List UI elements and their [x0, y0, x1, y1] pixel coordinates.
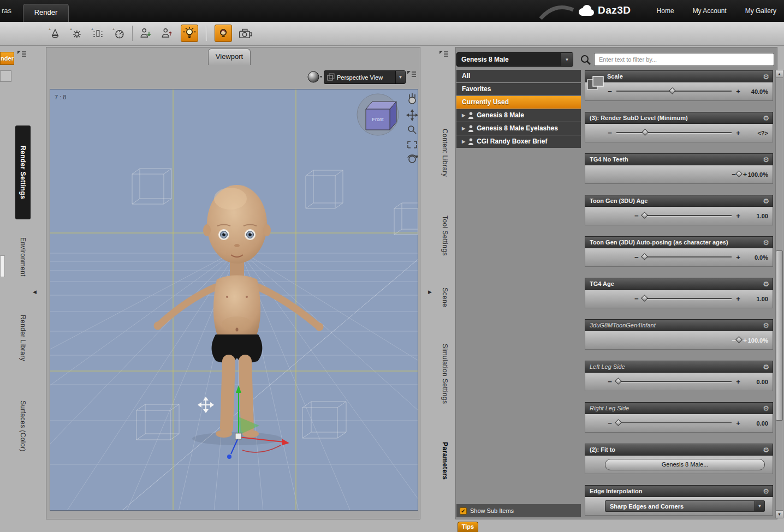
left-tab-render-library[interactable]: Render Library — [15, 301, 31, 375]
tips-tab[interactable]: Tips — [458, 522, 478, 532]
right-tab-content-library[interactable]: Content Library — [437, 115, 453, 191]
gear-icon[interactable]: ⚙ — [763, 405, 769, 412]
right-tab-parameters[interactable]: Parameters — [437, 431, 453, 491]
view-selector-dropdown[interactable]: Perspective View ▼ — [324, 70, 406, 84]
decrement-icon[interactable]: − — [606, 378, 614, 386]
slider-value[interactable]: 1.00 — [742, 296, 773, 302]
increment-icon[interactable]: + — [734, 87, 742, 95]
viewport-canvas[interactable]: Front — [50, 89, 418, 511]
slider-value[interactable]: 100.0% — [748, 337, 773, 344]
expand-triangle-icon[interactable]: ▶ — [462, 135, 465, 148]
nav-my-account[interactable]: My Account — [693, 7, 727, 15]
restore-figure-button[interactable] — [158, 25, 175, 42]
gear-icon[interactable]: ⚙ — [763, 73, 769, 80]
increment-icon[interactable]: + — [742, 336, 748, 344]
viewport-tab[interactable]: Viewport — [208, 49, 251, 65]
new-camera-button[interactable] — [236, 25, 254, 42]
right-pane-options-icon[interactable] — [439, 50, 449, 58]
show-sub-items-checkbox[interactable]: ✔ — [460, 507, 467, 515]
param-nav-all[interactable]: All — [456, 70, 581, 82]
slider-track[interactable] — [616, 132, 732, 134]
parameters-scrollbar[interactable]: ▲ ▼ — [775, 70, 783, 518]
increment-icon[interactable]: + — [734, 419, 742, 427]
right-tab-scene[interactable]: Scene — [437, 282, 453, 313]
view-navigation-cube[interactable]: Front — [357, 94, 399, 135]
create-linear-point-light-button[interactable]: + — [89, 25, 106, 42]
expand-triangle-icon[interactable]: ▶ — [462, 122, 465, 135]
tab-render[interactable]: Render — [23, 4, 69, 22]
parameter-filter-input[interactable] — [594, 53, 774, 66]
gear-icon[interactable]: ⚙ — [763, 280, 769, 288]
dolly-move-icon[interactable] — [406, 109, 418, 121]
increment-icon[interactable]: + — [734, 253, 742, 261]
slider-value[interactable]: 40.0% — [742, 88, 773, 95]
slider-track[interactable] — [643, 298, 732, 300]
collapse-left-pane-arrow[interactable]: ◀ — [33, 289, 37, 295]
slider-value[interactable]: 100.0% — [748, 171, 773, 178]
slider-handle[interactable] — [641, 253, 648, 260]
left-tab-surfaces-color[interactable]: Surfaces (Color) — [15, 387, 31, 465]
decrement-icon[interactable]: − — [633, 295, 640, 303]
slider-value[interactable]: 1.00 — [742, 213, 773, 219]
decrement-icon[interactable]: − — [606, 87, 614, 95]
param-nav-currently-used[interactable]: Currently Used — [456, 96, 581, 109]
slider-track[interactable] — [643, 215, 732, 217]
nav-my-gallery[interactable]: My Gallery — [745, 7, 776, 15]
edge-interpolation-arrow[interactable]: ▼ — [755, 501, 764, 511]
partial-tab-render-pane[interactable]: nder — [0, 52, 14, 65]
figure-selector-arrow[interactable]: ▼ — [561, 53, 573, 66]
zoom-magnifier-icon[interactable] — [408, 126, 416, 134]
partial-tab-unknown[interactable] — [0, 70, 11, 82]
fit-to-button[interactable]: Genesis 8 Male... — [605, 459, 765, 470]
slider-handle[interactable] — [615, 419, 622, 426]
param-nav-favorites[interactable]: Favorites — [456, 83, 581, 95]
increment-icon[interactable]: + — [734, 295, 742, 303]
gear-icon[interactable]: ⚙ — [763, 363, 769, 370]
left-tab-environment[interactable]: Environment — [15, 226, 31, 288]
slider-value[interactable]: 0.00 — [742, 379, 773, 385]
slider-track[interactable] — [643, 256, 732, 258]
increment-icon[interactable]: + — [742, 170, 748, 178]
gear-icon[interactable]: ⚙ — [763, 446, 769, 453]
scroll-down-button[interactable]: ▼ — [776, 510, 783, 518]
scroll-up-button[interactable]: ▲ — [776, 70, 783, 78]
expand-triangle-icon[interactable]: ▶ — [462, 109, 465, 122]
gear-icon[interactable]: ⚙ — [763, 239, 769, 246]
gear-icon[interactable]: ⚙ — [763, 322, 769, 329]
pan-hand-icon[interactable] — [409, 93, 415, 104]
increment-icon[interactable]: + — [734, 378, 742, 386]
decrement-icon[interactable]: − — [606, 419, 614, 427]
right-tab-tool-settings[interactable]: Tool Settings — [437, 205, 453, 266]
drawstyle-sphere-icon[interactable] — [307, 70, 323, 84]
aux-viewport-toggle-button[interactable] — [215, 25, 232, 42]
slider-handle[interactable] — [642, 129, 649, 136]
memorize-figure-button[interactable] — [136, 25, 154, 42]
viewport-pane-options-icon[interactable] — [407, 70, 417, 79]
daz3d-logo[interactable]: Daz3D — [578, 4, 631, 17]
param-nav-genesis8male-eyelashes[interactable]: ▶ Genesis 8 Male Eyelashes — [456, 122, 581, 135]
preview-lights-toggle-button[interactable] — [181, 25, 198, 42]
slider-value[interactable]: 0.0% — [742, 254, 773, 261]
decrement-icon[interactable]: − — [633, 253, 640, 261]
increment-icon[interactable]: + — [734, 212, 742, 220]
right-tab-simulation-settings[interactable]: Simulation Settings — [437, 325, 453, 422]
frame-view-icon[interactable] — [408, 141, 417, 148]
nav-home[interactable]: Home — [657, 7, 674, 15]
view-selector-arrow[interactable]: ▼ — [395, 71, 405, 83]
slider-track[interactable] — [616, 381, 732, 382]
gear-icon[interactable]: ⚙ — [763, 115, 769, 122]
gear-icon[interactable]: ⚙ — [763, 488, 769, 495]
gear-icon[interactable]: ⚙ — [763, 198, 769, 205]
orbit-rotate-icon[interactable] — [408, 155, 418, 163]
create-point-light-button[interactable]: + — [68, 25, 85, 42]
gear-icon[interactable]: ⚙ — [763, 156, 769, 163]
left-tab-render-settings[interactable]: Render Settings — [15, 125, 31, 219]
partial-tab-cameras[interactable]: ras — [2, 7, 11, 15]
scrollbar-thumb[interactable] — [776, 250, 783, 421]
slider-handle[interactable] — [641, 212, 648, 219]
slider-handle[interactable] — [615, 378, 622, 385]
decrement-icon[interactable]: − — [633, 212, 640, 220]
create-distant-light-button[interactable]: + — [110, 25, 128, 42]
create-spot-light-button[interactable]: + — [46, 25, 64, 42]
slider-handle[interactable] — [641, 295, 648, 302]
